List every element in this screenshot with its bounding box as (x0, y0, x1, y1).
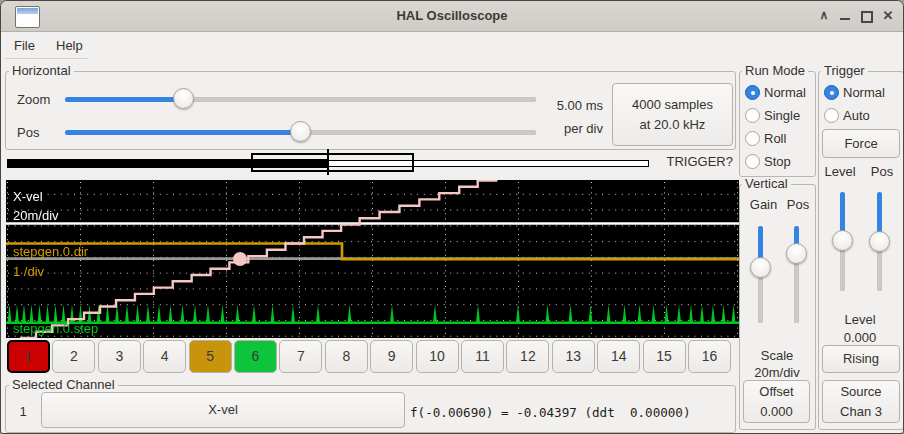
selected-channel-number: 1 (15, 404, 31, 419)
trigger-level-value: 0.000 (824, 330, 896, 345)
zoom-slider-fill (65, 97, 184, 102)
vertical-pos-slider-handle[interactable] (786, 243, 807, 264)
selected-channel-frame-label: Selected Channel (9, 378, 118, 392)
channel-button-8[interactable]: 8 (325, 340, 368, 373)
channel-button-13[interactable]: 13 (552, 340, 595, 373)
channel-button-15[interactable]: 15 (643, 340, 686, 373)
run-mode-frame-label: Run Mode (742, 64, 808, 78)
trigger-pos-col-label: Pos (867, 164, 897, 179)
record-settings-button[interactable]: 4000 samples at 20.0 kHz (612, 83, 733, 146)
trigger-edge-button[interactable]: Rising (822, 345, 900, 373)
channel-button-11[interactable]: 11 (461, 340, 504, 373)
minimize-icon[interactable] (837, 7, 853, 24)
maximize-icon[interactable] (858, 7, 874, 24)
scope-display (6, 180, 739, 338)
pos-label: Pos (17, 125, 39, 140)
gain-slider-handle[interactable] (750, 257, 771, 278)
titlebar: HAL Oscilloscope ∧ ✕ (1, 1, 903, 32)
time-per-div-caption: per div (539, 121, 603, 136)
vertical-pos-label: Pos (783, 197, 813, 212)
channel-button-10[interactable]: 10 (416, 340, 459, 373)
trigger-source-button[interactable]: Source Chan 3 (822, 380, 900, 423)
horizontal-frame-label: Horizontal (9, 64, 74, 78)
trigger-status-label: TRIGGER? (641, 154, 733, 169)
channel-button-2[interactable]: 2 (52, 340, 95, 373)
channel-button-5[interactable]: 5 (189, 340, 232, 373)
trigger-position-marker (327, 149, 329, 175)
channel-source-button[interactable]: X-vel (41, 392, 405, 428)
menu-separator (5, 58, 88, 59)
time-per-div-value: 5.00 ms (539, 98, 603, 113)
display-window-box (251, 153, 414, 172)
channel-value-readout: f(-0.00690) = -0.04397 (ddt 0.00000) (410, 405, 691, 420)
zoom-slider-handle[interactable] (173, 88, 194, 109)
close-icon[interactable]: ✕ (880, 7, 896, 24)
channel-button-16[interactable]: 16 (688, 340, 731, 373)
pos-slider-fill (65, 130, 301, 135)
trigger-frame-label: Trigger (821, 64, 868, 78)
trigger-frame (818, 71, 904, 430)
trigger-pos-slider-handle[interactable] (869, 231, 890, 252)
offset-button[interactable]: Offset 0.000 (743, 380, 810, 423)
trigger-level-col-label: Level (823, 164, 857, 179)
channel-button-1[interactable]: 1 (7, 340, 50, 373)
trigger-level-slider-handle[interactable] (832, 230, 853, 251)
scale-caption: Scale (741, 348, 813, 363)
trigger-level-caption: Level (824, 312, 896, 327)
channel-button-9[interactable]: 9 (370, 340, 413, 373)
hal-oscilloscope-window: HAL Oscilloscope ∧ ✕ File Help Horizonta… (0, 0, 904, 434)
pos-slider-handle[interactable] (290, 121, 311, 142)
force-button[interactable]: Force (822, 129, 900, 158)
menu-help[interactable]: Help (50, 35, 89, 56)
scope-display-area (6, 180, 739, 338)
channel-button-7[interactable]: 7 (279, 340, 322, 373)
vertical-frame-label: Vertical (742, 177, 791, 191)
zoom-label: Zoom (17, 92, 50, 107)
channel-button-12[interactable]: 12 (506, 340, 549, 373)
channel-button-3[interactable]: 3 (98, 340, 141, 373)
shade-icon[interactable]: ∧ (816, 7, 832, 24)
channel-button-4[interactable]: 4 (143, 340, 186, 373)
gain-label: Gain (747, 197, 780, 212)
window-title: HAL Oscilloscope (1, 8, 903, 23)
channel-button-6[interactable]: 6 (234, 340, 277, 373)
scale-value: 20m/div (741, 365, 813, 380)
menu-file[interactable]: File (8, 35, 41, 56)
channel-button-14[interactable]: 14 (597, 340, 640, 373)
